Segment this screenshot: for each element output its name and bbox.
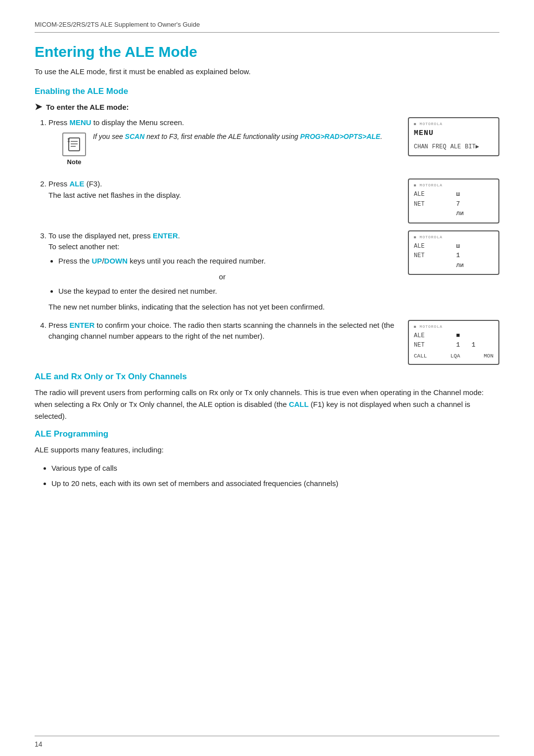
svg-point-4 <box>68 138 70 140</box>
lqa-label: LQA <box>450 352 460 360</box>
ale-val-4: ■ <box>456 331 494 341</box>
svg-point-5 <box>68 140 70 142</box>
ale-label-4: ALE <box>414 331 451 340</box>
screen-row-ale: ALE ш <box>414 189 493 199</box>
step-heading-label: To enter the ALE mode: <box>46 103 129 111</box>
intro-text: To use the ALE mode, first it must be en… <box>35 67 499 76</box>
step-4-row: Press ENTER to confirm your choice. The … <box>48 320 499 365</box>
menu-bit: BIT▶ <box>465 142 479 151</box>
step-2-row: Press ALE (F3). The last active net flas… <box>48 178 499 223</box>
step-2-f3: (F3). <box>85 179 102 188</box>
step-heading: ➤ To enter the ALE mode: <box>35 101 499 112</box>
extra-val-3: ли <box>456 261 494 270</box>
note-prog: PROG>RAD>OPTS>ALE <box>300 133 380 140</box>
menu-chan: CHAN <box>414 142 428 151</box>
ale-val-3: ш <box>456 241 494 251</box>
header-text: MICOM-2ES/2RS/2TS ALE Supplement to Owne… <box>35 21 200 28</box>
screen-menu: ◼ MOTOROLA MENU CHAN FREQ ALE BIT▶ <box>408 117 499 156</box>
net-val-3: 1 <box>456 251 494 261</box>
net-val-4: 1 1 <box>456 340 494 350</box>
step-2-sub: The last active net flashes in the displ… <box>48 191 181 199</box>
ale-label: ALE <box>414 190 451 199</box>
moto-label-4: ◼ MOTOROLA <box>414 324 493 330</box>
menu-title: MENU <box>414 128 493 139</box>
screen3-row-ale: ALE ш <box>414 241 493 251</box>
screen3-row-net: NET 1 <box>414 251 493 261</box>
screen-ale1: ◼ MOTOROLA ALE ш NET 7 ли <box>408 178 499 223</box>
step-1-menu: MENU <box>70 118 91 127</box>
step-4: Press ENTER to confirm your choice. The … <box>48 320 499 365</box>
step-2-ale: ALE <box>70 179 85 188</box>
step-3-bullets: Press the UP/DOWN keys until you reach t… <box>58 256 396 267</box>
svg-rect-0 <box>69 138 80 151</box>
step-3-extra: The new net number blinks, indicating th… <box>48 303 325 311</box>
step-3-dot: . <box>178 231 180 240</box>
step-1: Press MENU to display the Menu screen. <box>48 117 499 172</box>
call-label: CALL <box>414 352 427 360</box>
step-3: To use the displayed net, press ENTER. T… <box>48 230 499 313</box>
screen-ale2: ◼ MOTOROLA ALE ш NET 1 ли <box>408 230 499 275</box>
down-key: DOWN <box>104 257 128 265</box>
screen4-row-ale: ALE ■ <box>414 331 493 341</box>
screen-row-net: NET 7 <box>414 199 493 209</box>
ale-val: ш <box>456 189 494 199</box>
note-label: Note <box>67 157 82 167</box>
step-1-text: Press MENU to display the Menu screen. <box>48 117 396 172</box>
net-val: 7 <box>456 199 494 209</box>
note-icon <box>62 133 86 156</box>
note-svg <box>67 137 82 152</box>
page-number: 14 <box>35 740 43 748</box>
section3-heading: ALE Programming <box>35 429 499 439</box>
step-2-text: Press ALE (F3). The last active net flas… <box>48 178 396 201</box>
step-1-row: Press MENU to display the Menu screen. <box>48 117 499 172</box>
menu-freq: FREQ <box>432 142 446 151</box>
page: MICOM-2ES/2RS/2TS ALE Supplement to Owne… <box>0 0 534 756</box>
arrow-icon: ➤ <box>35 101 42 112</box>
step-3-select: To select another net: <box>48 242 119 251</box>
section2-heading: ALE and Rx Only or Tx Only Channels <box>35 372 499 382</box>
section3-bullets: Various type of calls Up to 20 nets, eac… <box>51 463 499 489</box>
extra-val: ли <box>456 209 494 219</box>
section3-bullet-2: Up to 20 nets, each with its own set of … <box>51 478 499 489</box>
menu-items: CHAN FREQ ALE BIT▶ <box>414 142 493 151</box>
menu-ale: ALE <box>450 142 461 151</box>
header: MICOM-2ES/2RS/2TS ALE Supplement to Owne… <box>35 20 499 33</box>
screen3-row-extra: ли <box>414 261 493 270</box>
section3-bullet-1: Various type of calls <box>51 463 499 474</box>
moto-label-3: ◼ MOTOROLA <box>414 234 493 240</box>
step-3-bullet-1: Press the UP/DOWN keys until you reach t… <box>58 256 396 267</box>
section3-intro: ALE supports many features, including: <box>35 444 499 456</box>
step-3-enter: ENTER <box>153 231 178 240</box>
call-cyan: CALL <box>289 400 309 408</box>
step-1-rest: to display the Menu screen. <box>91 118 184 127</box>
step-3-use: To use the displayed net, press <box>48 231 153 240</box>
screen-row-extra: ли <box>414 209 493 219</box>
step-3-bullets-2: Use the keypad to enter the desired net … <box>58 286 396 297</box>
moto-label-1: ◼ MOTOROLA <box>414 121 493 127</box>
section2-body: The radio will prevent users from perfor… <box>35 387 499 422</box>
step-3-text: To use the displayed net, press ENTER. T… <box>48 230 396 313</box>
net-label-4: NET <box>414 341 451 350</box>
page-title: Entering the ALE Mode <box>35 44 499 60</box>
moto-label-2: ◼ MOTOROLA <box>414 182 493 188</box>
screen4-row-net: NET 1 1 <box>414 340 493 350</box>
step-3-row: To use the displayed net, press ENTER. T… <box>48 230 499 313</box>
step-2-press: Press <box>48 179 70 188</box>
section1-heading: Enabling the ALE Mode <box>35 87 499 96</box>
note-scan: SCAN <box>125 133 145 140</box>
step-3-bullet-2: Use the keypad to enter the desired net … <box>58 286 396 297</box>
ale-label-3: ALE <box>414 242 451 251</box>
step-4-text: Press ENTER to confirm your choice. The … <box>48 320 396 342</box>
bottom-line <box>35 736 499 736</box>
note-content: If you see SCAN next to F3, first enable… <box>93 132 382 142</box>
step-2: Press ALE (F3). The last active net flas… <box>48 178 499 223</box>
steps-list: Press MENU to display the Menu screen. <box>48 117 499 365</box>
or-divider: or <box>48 271 396 283</box>
net-label: NET <box>414 200 451 209</box>
screen4-row-bottom: CALL LQA MON <box>414 352 493 360</box>
step-4-enter: ENTER <box>70 321 95 329</box>
mon-label: MON <box>484 352 493 360</box>
screen-ale3: ◼ MOTOROLA ALE ■ NET 1 1 CALL LQA MON <box>408 320 499 365</box>
note-box: Note If you see SCAN next to F3, first e… <box>62 132 396 167</box>
step-1-press: Press <box>48 118 70 127</box>
